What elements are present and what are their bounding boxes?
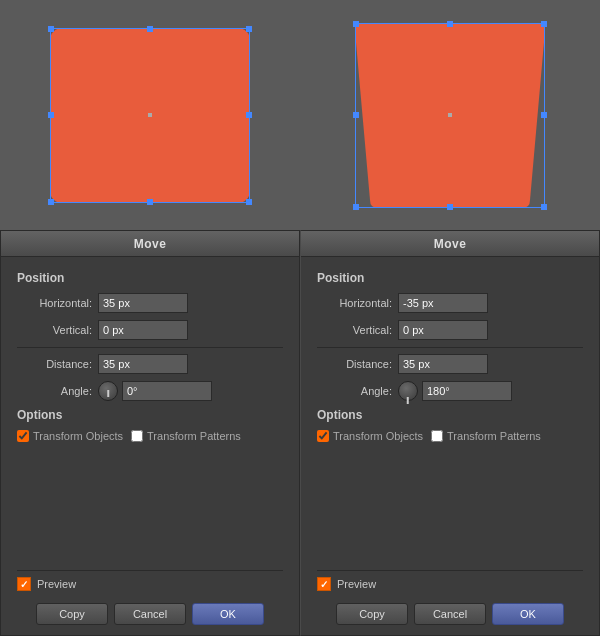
left-preview-row: ✓ Preview	[17, 570, 283, 597]
right-angle-label: Angle:	[317, 385, 392, 397]
right-distance-label: Distance:	[317, 358, 392, 370]
right-distance-input[interactable]	[398, 354, 488, 374]
left-distance-input[interactable]	[98, 354, 188, 374]
left-preview-checkbox[interactable]: ✓	[17, 577, 31, 591]
anchor-tm	[147, 26, 153, 32]
right-transform-patterns-option[interactable]: Transform Patterns	[431, 430, 541, 442]
right-preview-checkbox[interactable]: ✓	[317, 577, 331, 591]
left-dialog: Move Position Horizontal: Vertical: Dist…	[0, 230, 300, 636]
left-cancel-button[interactable]: Cancel	[114, 603, 186, 625]
right-anchor-ml	[353, 112, 359, 118]
right-dialog-buttons: Copy Cancel OK	[301, 597, 599, 635]
right-angle-dial[interactable]	[398, 381, 418, 401]
center-dot	[148, 113, 152, 117]
right-ok-button[interactable]: OK	[492, 603, 564, 625]
right-vertical-label: Vertical:	[317, 324, 392, 336]
anchor-tr	[246, 26, 252, 32]
right-center-dot	[448, 113, 452, 117]
right-transform-patterns-checkbox[interactable]	[431, 430, 443, 442]
left-position-label: Position	[17, 271, 283, 285]
left-ok-button[interactable]: OK	[192, 603, 264, 625]
right-preview-label: Preview	[337, 578, 376, 590]
right-cancel-button[interactable]: Cancel	[414, 603, 486, 625]
anchor-ml	[48, 112, 54, 118]
left-angle-dial[interactable]	[98, 381, 118, 401]
left-vertical-label: Vertical:	[17, 324, 92, 336]
right-copy-button[interactable]: Copy	[336, 603, 408, 625]
left-preview-label: Preview	[37, 578, 76, 590]
left-angle-indicator	[107, 390, 109, 397]
left-dialog-title: Move	[1, 231, 299, 257]
right-angle-input[interactable]	[422, 381, 512, 401]
selection-box	[50, 28, 250, 203]
left-dialog-buttons: Copy Cancel OK	[1, 597, 299, 635]
right-transform-objects-checkbox[interactable]	[317, 430, 329, 442]
right-anchor-mr	[541, 112, 547, 118]
left-copy-button[interactable]: Copy	[36, 603, 108, 625]
right-dialog-title: Move	[301, 231, 599, 257]
right-horizontal-input[interactable]	[398, 293, 488, 313]
left-transform-objects-checkbox[interactable]	[17, 430, 29, 442]
anchor-tl	[48, 26, 54, 32]
left-vertical-input[interactable]	[98, 320, 188, 340]
right-anchor-tr	[541, 21, 547, 27]
right-horizontal-label: Horizontal:	[317, 297, 392, 309]
anchor-mr	[246, 112, 252, 118]
right-anchor-br	[541, 204, 547, 210]
right-anchor-bl	[353, 204, 359, 210]
right-dialog: Move Position Horizontal: Vertical: Dist…	[300, 230, 600, 636]
right-anchor-bm	[447, 204, 453, 210]
left-transform-objects-option[interactable]: Transform Objects	[17, 430, 123, 442]
right-anchor-tl	[353, 21, 359, 27]
right-vertical-input[interactable]	[398, 320, 488, 340]
selection-box-right	[355, 23, 545, 208]
right-angle-indicator	[407, 397, 409, 404]
anchor-br	[246, 199, 252, 205]
right-transform-objects-option[interactable]: Transform Objects	[317, 430, 423, 442]
anchor-bl	[48, 199, 54, 205]
left-transform-patterns-checkbox[interactable]	[131, 430, 143, 442]
left-canvas	[0, 0, 300, 230]
right-position-label: Position	[317, 271, 583, 285]
left-horizontal-input[interactable]	[98, 293, 188, 313]
left-angle-input[interactable]	[122, 381, 212, 401]
right-options-label: Options	[317, 408, 583, 422]
right-preview-row: ✓ Preview	[317, 570, 583, 597]
right-anchor-tm	[447, 21, 453, 27]
left-options-label: Options	[17, 408, 283, 422]
anchor-bm	[147, 199, 153, 205]
right-canvas	[300, 0, 600, 230]
left-distance-label: Distance:	[17, 358, 92, 370]
left-horizontal-label: Horizontal:	[17, 297, 92, 309]
left-angle-label: Angle:	[17, 385, 92, 397]
left-transform-patterns-option[interactable]: Transform Patterns	[131, 430, 241, 442]
